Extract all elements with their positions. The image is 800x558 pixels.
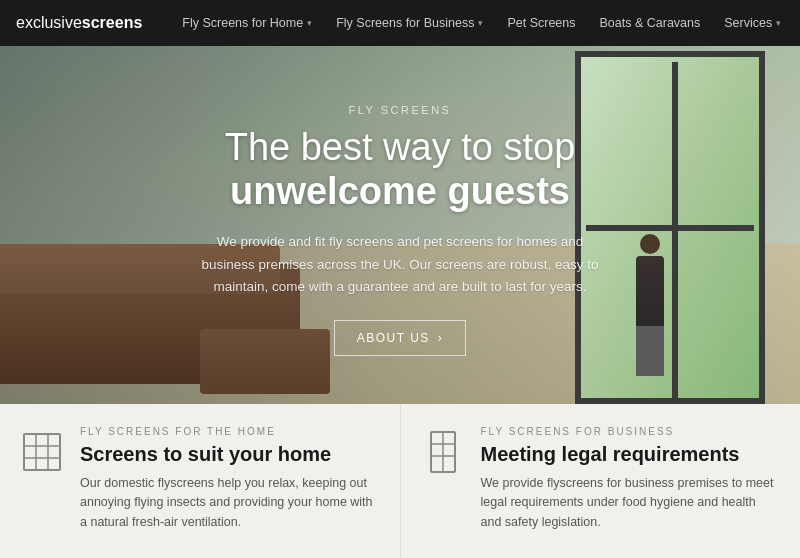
brand-normal: exclusive <box>16 14 82 32</box>
card-home: FLY SCREENS FOR THE HOME Screens to suit… <box>0 404 401 558</box>
nav-item-pet-screens[interactable]: Pet Screens <box>495 0 587 46</box>
nav-item-services[interactable]: Services▾ <box>712 0 793 46</box>
about-us-button[interactable]: ABOUT US › <box>334 320 467 356</box>
card-business: FLY SCREENS FOR BUSINESS Meeting legal r… <box>401 404 801 558</box>
nav-item-fly-screens-for-business[interactable]: Fly Screens for Business▾ <box>324 0 495 46</box>
card-home-desc: Our domestic flyscreens help you relax, … <box>80 474 376 532</box>
nav-item-label: Pet Screens <box>507 16 575 30</box>
chevron-down-icon: ▾ <box>776 18 781 28</box>
nav-item-fly-screens-for-home[interactable]: Fly Screens for Home▾ <box>170 0 324 46</box>
nav-item-label: Boats & Caravans <box>600 16 701 30</box>
home-screen-icon <box>20 430 64 474</box>
nav-item-label: Services <box>724 16 772 30</box>
cards-row: FLY SCREENS FOR THE HOME Screens to suit… <box>0 404 800 558</box>
card-business-body: FLY SCREENS FOR BUSINESS Meeting legal r… <box>481 426 777 532</box>
chevron-down-icon: ▾ <box>478 18 483 28</box>
navbar: exclusive screens Fly Screens for Home▾F… <box>0 0 800 46</box>
hero-section: FLY SCREENS The best way to stop unwelco… <box>0 46 800 404</box>
nav-item-case-studies[interactable]: Case Studies <box>793 0 800 46</box>
about-us-arrow: › <box>438 331 444 345</box>
about-us-label: ABOUT US <box>357 331 430 345</box>
nav-links: Fly Screens for Home▾Fly Screens for Bus… <box>170 0 800 46</box>
card-business-eyebrow: FLY SCREENS FOR BUSINESS <box>481 426 777 437</box>
card-home-eyebrow: FLY SCREENS FOR THE HOME <box>80 426 376 437</box>
hero-title-normal: The best way to stop <box>225 126 576 168</box>
hero-eyebrow: FLY SCREENS <box>349 104 452 116</box>
nav-item-label: Fly Screens for Business <box>336 16 474 30</box>
card-home-title: Screens to suit your home <box>80 442 376 466</box>
hero-content: FLY SCREENS The best way to stop unwelco… <box>0 46 800 404</box>
nav-item-label: Fly Screens for Home <box>182 16 303 30</box>
hero-title-bold: unwelcome guests <box>225 170 576 214</box>
hero-title: The best way to stop unwelcome guests <box>225 126 576 213</box>
brand-logo[interactable]: exclusive screens <box>16 14 142 32</box>
hero-description: We provide and fit fly screens and pet s… <box>190 231 610 298</box>
card-business-desc: We provide flyscreens for business premi… <box>481 474 777 532</box>
business-screen-icon <box>421 430 465 474</box>
chevron-down-icon: ▾ <box>307 18 312 28</box>
nav-item-boats-&-caravans[interactable]: Boats & Caravans <box>588 0 713 46</box>
card-business-title: Meeting legal requirements <box>481 442 777 466</box>
card-home-body: FLY SCREENS FOR THE HOME Screens to suit… <box>80 426 376 532</box>
brand-bold: screens <box>82 14 143 32</box>
svg-rect-0 <box>24 434 60 470</box>
